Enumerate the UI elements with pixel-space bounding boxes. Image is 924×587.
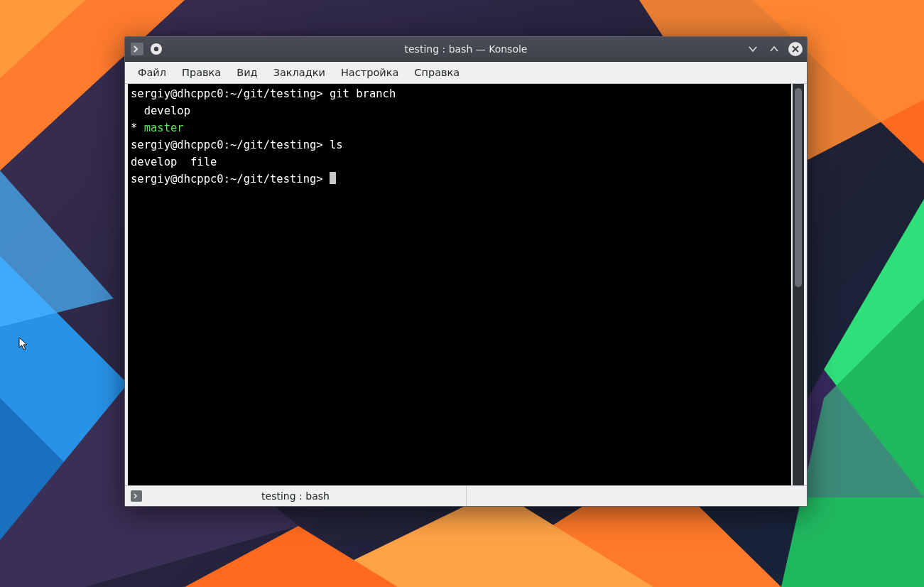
terminal-text: sergiy@dhcppc0:~/git/testing> ls (131, 139, 343, 151)
terminal-text: * (131, 122, 144, 134)
menubar: Файл Правка Вид Закладки Настройка Справ… (125, 62, 807, 84)
menu-view[interactable]: Вид (229, 64, 264, 81)
terminal-line: develop file (131, 154, 788, 171)
terminal-line: * master (131, 119, 788, 136)
terminal-area: sergiy@dhcppc0:~/git/testing> git branch… (125, 84, 807, 485)
terminal-text: develop (131, 104, 190, 117)
window-title: testing : bash — Konsole (125, 43, 807, 55)
minimize-button[interactable] (746, 42, 760, 56)
menu-help[interactable]: Справка (407, 64, 467, 81)
terminal[interactable]: sergiy@dhcppc0:~/git/testing> git branch… (128, 84, 791, 485)
titlebar[interactable]: testing : bash — Konsole (125, 37, 807, 62)
new-tab-button[interactable] (151, 43, 162, 55)
terminal-icon (131, 490, 142, 502)
scrollbar-thumb[interactable] (795, 88, 802, 287)
maximize-button[interactable] (767, 42, 781, 56)
menu-bookmarks[interactable]: Закладки (266, 64, 332, 81)
terminal-text: develop file (131, 156, 217, 168)
desktop-wallpaper: testing : bash — Konsole Файл Правка Вид… (0, 0, 924, 587)
svg-point-15 (154, 47, 158, 51)
terminal-text: master (144, 122, 184, 134)
tab-label: testing : bash (261, 490, 330, 502)
menu-file[interactable]: Файл (131, 64, 173, 81)
menu-edit[interactable]: Правка (175, 64, 228, 81)
tabbar: testing : bash (125, 485, 807, 506)
terminal-line: sergiy@dhcppc0:~/git/testing> git branch (131, 85, 788, 102)
terminal-line: sergiy@dhcppc0:~/git/testing> (131, 171, 788, 188)
terminal-text: sergiy@dhcppc0:~/git/testing> git branch (131, 87, 396, 100)
terminal-line: develop (131, 102, 788, 119)
terminal-text: sergiy@dhcppc0:~/git/testing> (131, 173, 330, 185)
chevron-down-icon (748, 44, 758, 54)
konsole-window: testing : bash — Konsole Файл Правка Вид… (124, 36, 808, 507)
terminal-scrollbar[interactable] (793, 84, 804, 485)
close-button[interactable] (788, 42, 803, 56)
chevron-up-icon (769, 44, 779, 54)
close-icon (791, 45, 800, 53)
tab-active[interactable]: testing : bash (125, 486, 467, 506)
svg-marker-11 (0, 171, 114, 327)
menu-settings[interactable]: Настройка (334, 64, 406, 81)
app-icon (131, 43, 143, 55)
terminal-cursor (330, 172, 336, 184)
terminal-line: sergiy@dhcppc0:~/git/testing> ls (131, 136, 788, 154)
